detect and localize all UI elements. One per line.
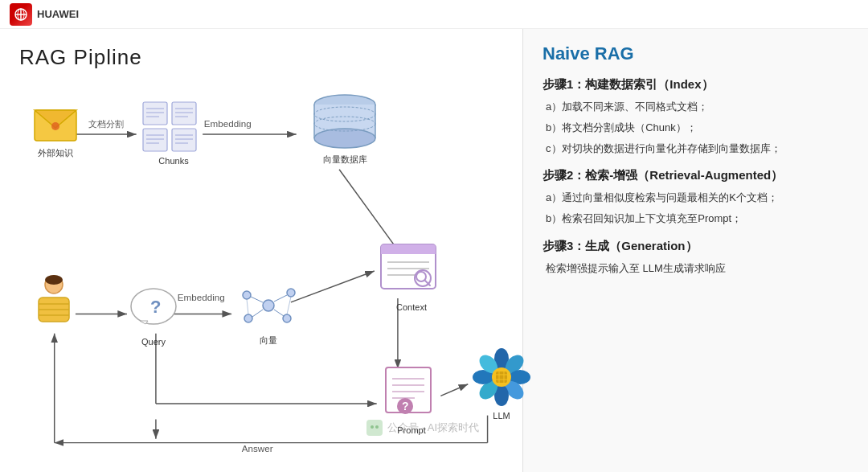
query-bubble-icon: ? — [128, 285, 180, 334]
svg-rect-39 — [172, 129, 196, 151]
svg-text:?: ? — [150, 297, 161, 317]
svg-line-68 — [247, 299, 248, 314]
svg-text:Embedding: Embedding — [178, 292, 225, 302]
context-label: Context — [375, 302, 448, 312]
svg-line-65 — [274, 295, 287, 302]
chunks-icon — [141, 101, 206, 153]
prompt-icon: ? — [379, 366, 444, 422]
step1-item-c: c）对切块的数据进行向量化并存储到向量数据库； — [542, 141, 849, 158]
vector-label: 向量 — [236, 335, 301, 347]
svg-text:Answer: Answer — [242, 443, 273, 454]
chunks-group: Chunks — [141, 101, 206, 166]
svg-text:文档分割: 文档分割 — [88, 119, 124, 129]
svg-line-64 — [251, 297, 263, 302]
svg-rect-35 — [143, 129, 167, 151]
person-icon — [32, 275, 76, 327]
step1-item-a: a）加载不同来源、不同格式文档； — [542, 99, 849, 116]
logo: HUAWEI — [10, 3, 79, 26]
vector-nodes-icon — [239, 283, 299, 331]
svg-point-60 — [243, 291, 251, 299]
external-knowledge: 外部知识 — [27, 102, 84, 159]
svg-line-69 — [287, 297, 291, 314]
right-panel: Naive RAG 步骤1：构建数据索引（Index） a）加载不同来源、不同格… — [522, 29, 868, 472]
user-icon — [26, 275, 82, 330]
chunks-label: Chunks — [141, 156, 206, 166]
step3-heading: 步骤3：生成（Generation） — [542, 239, 849, 254]
svg-rect-27 — [143, 102, 167, 125]
svg-rect-96 — [496, 371, 507, 383]
header: HUAWEI — [0, 0, 868, 29]
svg-rect-101 — [366, 420, 383, 436]
svg-line-66 — [274, 310, 284, 316]
step2-item-a: a）通过向量相似度检索与问题最相关的K个文档； — [542, 190, 849, 207]
step3-item-a: 检索增强提示输入至 LLM生成请求响应 — [542, 261, 849, 277]
svg-point-51 — [45, 275, 63, 285]
svg-point-45 — [314, 129, 375, 148]
svg-line-11 — [291, 271, 375, 302]
svg-point-102 — [371, 425, 374, 429]
svg-point-26 — [51, 122, 59, 130]
svg-text:Embedding: Embedding — [204, 118, 252, 129]
context-icon — [379, 243, 444, 299]
step1-heading: 步骤1：构建数据索引（Index） — [542, 77, 849, 92]
vector-db-label: 向量数据库 — [305, 154, 385, 166]
context-box: Context — [375, 243, 448, 312]
svg-point-63 — [244, 314, 252, 322]
svg-text:?: ? — [402, 400, 409, 412]
logo-icon — [10, 3, 32, 26]
svg-point-61 — [287, 289, 295, 297]
main-content: RAG Pipline — [0, 29, 868, 472]
llm-label: LLM — [469, 411, 534, 421]
vector-db-icon — [309, 90, 381, 150]
query-label: Query — [125, 337, 182, 347]
step2-heading: 步骤2：检索-增强（Retrieval-Augmented） — [542, 168, 849, 183]
vector-nodes: 向量 — [236, 283, 301, 347]
svg-point-62 — [283, 314, 291, 322]
svg-point-103 — [375, 425, 379, 429]
wechat-icon — [366, 420, 383, 436]
query-bubble: ? Query — [125, 285, 182, 347]
external-knowledge-label: 外部知识 — [27, 147, 84, 159]
vector-db: 向量数据库 — [305, 90, 385, 166]
diagram: Embedding 文档分割 Embedding Answer 外部知 — [19, 86, 503, 456]
logo-text: HUAWEI — [37, 8, 79, 20]
svg-rect-31 — [172, 102, 196, 125]
step1-item-b: b）将文档分割成块（Chunk）； — [542, 120, 849, 137]
svg-rect-72 — [381, 251, 436, 254]
watermark-text: 公众号 · AI探索时代 — [387, 421, 479, 435]
watermark: 公众号 · AI探索时代 — [366, 420, 479, 436]
panel-title: RAG Pipline — [19, 45, 503, 70]
left-panel: RAG Pipline — [0, 29, 522, 472]
envelope-icon — [31, 102, 80, 144]
llm-box: LLM — [469, 347, 534, 421]
right-panel-title: Naive RAG — [542, 43, 849, 64]
step2-item-b: b）检索召回知识加上下文填充至Prompt； — [542, 211, 849, 228]
llm-icon — [472, 347, 532, 408]
svg-point-59 — [263, 300, 274, 311]
svg-line-67 — [252, 310, 263, 317]
